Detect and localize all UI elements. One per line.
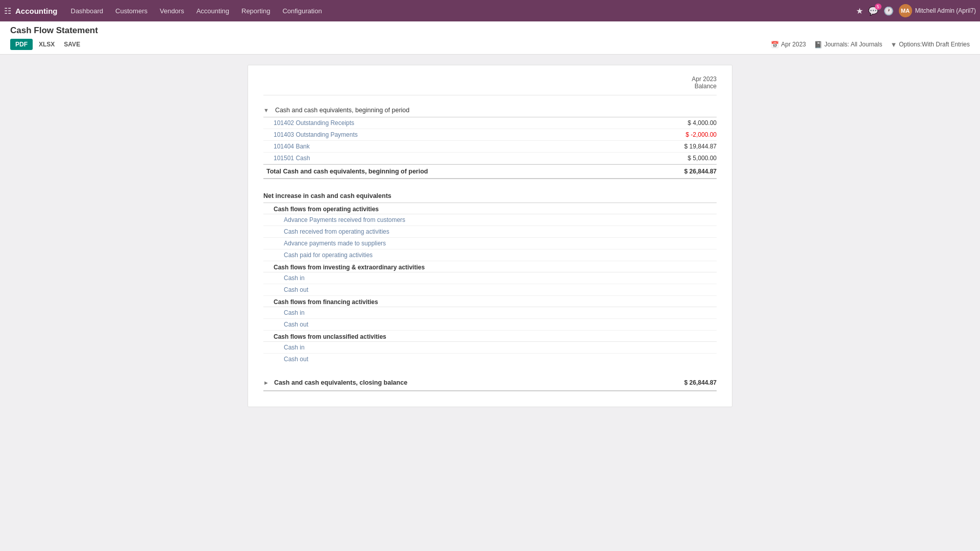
chat-icon[interactable]: 💬 5 — [868, 6, 878, 16]
financing-item-0: Cash in — [263, 309, 717, 316]
options-filter-label: Options:With Draft Entries — [899, 41, 970, 48]
period-column-header: Apr 2023 Balance — [655, 76, 717, 90]
list-item[interactable]: Cash out — [263, 319, 717, 331]
list-item[interactable]: Cash in — [263, 307, 717, 319]
options-icon: ▼ — [890, 41, 897, 48]
closing-balance-amount: $ 26,844.87 — [655, 379, 717, 386]
row-101402-label: 101402 Outstanding Receipts — [263, 119, 655, 127]
investing-header-row: Cash flows from investing & extraordinar… — [263, 261, 717, 272]
list-item[interactable]: Cash in — [263, 272, 717, 284]
opening-section-label: Cash and cash equivalents, beginning of … — [272, 107, 717, 114]
row-101402-amount: $ 4,000.00 — [655, 119, 717, 127]
save-button[interactable]: SAVE — [61, 39, 83, 50]
nav-customers[interactable]: Customers — [110, 5, 153, 17]
table-row[interactable]: 101404 Bank $ 19,844.87 — [263, 141, 717, 153]
user-avatar: MA — [899, 4, 912, 17]
main-content: Apr 2023 Balance ▼ Cash and cash equival… — [0, 55, 980, 417]
operating-item-3: Cash paid for operating activities — [263, 252, 717, 259]
options-filter[interactable]: ▼ Options:With Draft Entries — [890, 41, 970, 48]
chevron-right-icon: ► — [263, 380, 269, 386]
operating-label: Cash flows from operating activities — [263, 206, 379, 213]
row-101404-amount: $ 19,844.87 — [655, 143, 717, 150]
unclassified-item-0: Cash in — [263, 344, 717, 351]
opening-section: ▼ Cash and cash equivalents, beginning o… — [263, 104, 717, 179]
row-101403-label: 101403 Outstanding Payments — [263, 131, 655, 138]
operating-header-row: Cash flows from operating activities — [263, 203, 717, 214]
date-filter[interactable]: 📅 Apr 2023 — [771, 41, 806, 48]
top-navigation: ☷ Accounting Dashboard Customers Vendors… — [0, 0, 980, 21]
list-item[interactable]: Cash out — [263, 354, 717, 365]
unclassified-item-1: Cash out — [263, 356, 717, 363]
row-101404-label: 101404 Bank — [263, 143, 655, 150]
closing-balance-row[interactable]: ► Cash and cash equivalents, closing bal… — [263, 375, 717, 391]
nav-configuration[interactable]: Configuration — [277, 5, 327, 17]
grid-icon[interactable]: ☷ — [4, 6, 11, 16]
investing-label: Cash flows from investing & extraordinar… — [263, 264, 425, 271]
balance-column-label: Balance — [655, 83, 717, 90]
list-item[interactable]: Cash received from operating activities — [263, 226, 717, 238]
table-row[interactable]: 101403 Outstanding Payments $ -2,000.00 — [263, 129, 717, 141]
table-row[interactable]: 101402 Outstanding Receipts $ 4,000.00 — [263, 117, 717, 129]
list-item[interactable]: Advance Payments received from customers — [263, 214, 717, 226]
pdf-button[interactable]: PDF — [10, 39, 33, 50]
chevron-down-icon: ▼ — [263, 107, 269, 113]
page-title: Cash Flow Statement — [10, 26, 970, 36]
opening-total-amount: $ 26,844.87 — [655, 168, 717, 175]
nav-dashboard[interactable]: Dashboard — [66, 5, 109, 17]
nav-accounting[interactable]: Accounting — [191, 5, 234, 17]
filter-bar: 📅 Apr 2023 📓 Journals: All Journals ▼ Op… — [771, 41, 970, 48]
investing-item-1: Cash out — [263, 286, 717, 293]
opening-section-header[interactable]: ▼ Cash and cash equivalents, beginning o… — [263, 104, 717, 117]
app-brand[interactable]: Accounting — [15, 7, 58, 15]
user-name: Mitchell Admin (April7) — [915, 7, 976, 14]
unclassified-label: Cash flows from unclassified activities — [263, 333, 386, 340]
list-item[interactable]: Advance payments made to suppliers — [263, 238, 717, 249]
row-101501-label: 101501 Cash — [263, 155, 655, 162]
operating-item-1: Cash received from operating activities — [263, 228, 717, 235]
clock-icon[interactable]: 🕐 — [884, 6, 894, 16]
topnav-right-area: ★ 💬 5 🕐 MA Mitchell Admin (April7) — [856, 4, 976, 17]
net-increase-section: Net increase in cash and cash equivalent… — [263, 189, 717, 365]
list-item[interactable]: Cash paid for operating activities — [263, 249, 717, 261]
report-card: Apr 2023 Balance ▼ Cash and cash equival… — [248, 65, 732, 407]
nav-reporting[interactable]: Reporting — [236, 5, 275, 17]
xlsx-button[interactable]: XLSX — [36, 39, 58, 50]
operating-item-2: Advance payments made to suppliers — [263, 240, 717, 247]
list-item[interactable]: Cash in — [263, 342, 717, 354]
unclassified-header-row: Cash flows from unclassified activities — [263, 331, 717, 342]
opening-total-row: Total Cash and cash equivalents, beginni… — [263, 164, 717, 179]
closing-balance-label: Cash and cash equivalents, closing balan… — [272, 379, 655, 386]
journal-filter[interactable]: 📓 Journals: All Journals — [814, 41, 882, 48]
chat-badge: 5 — [875, 4, 881, 10]
financing-item-1: Cash out — [263, 321, 717, 328]
toolbar: PDF XLSX SAVE 📅 Apr 2023 📓 Journals: All… — [10, 39, 970, 50]
financing-header-row: Cash flows from financing activities — [263, 296, 717, 307]
journal-filter-label: Journals: All Journals — [824, 41, 882, 48]
row-101501-amount: $ 5,000.00 — [655, 155, 717, 162]
operating-item-0: Advance Payments received from customers — [263, 216, 717, 223]
settings-icon[interactable]: ★ — [856, 6, 863, 16]
page-header: Cash Flow Statement PDF XLSX SAVE 📅 Apr … — [0, 21, 980, 55]
report-column-headers: Apr 2023 Balance — [263, 76, 717, 95]
row-101403-amount: $ -2,000.00 — [655, 131, 717, 138]
user-menu[interactable]: MA Mitchell Admin (April7) — [899, 4, 976, 17]
financing-label: Cash flows from financing activities — [263, 298, 378, 306]
net-increase-header: Net increase in cash and cash equivalent… — [263, 189, 717, 203]
opening-total-label: Total Cash and cash equivalents, beginni… — [263, 168, 655, 175]
date-filter-label: Apr 2023 — [781, 41, 806, 48]
nav-vendors[interactable]: Vendors — [155, 5, 189, 17]
period-label: Apr 2023 — [655, 76, 717, 83]
journal-icon: 📓 — [814, 41, 822, 48]
investing-item-0: Cash in — [263, 274, 717, 282]
list-item[interactable]: Cash out — [263, 284, 717, 296]
net-increase-label: Net increase in cash and cash equivalent… — [263, 192, 717, 199]
calendar-icon: 📅 — [771, 41, 779, 48]
table-row[interactable]: 101501 Cash $ 5,000.00 — [263, 153, 717, 164]
